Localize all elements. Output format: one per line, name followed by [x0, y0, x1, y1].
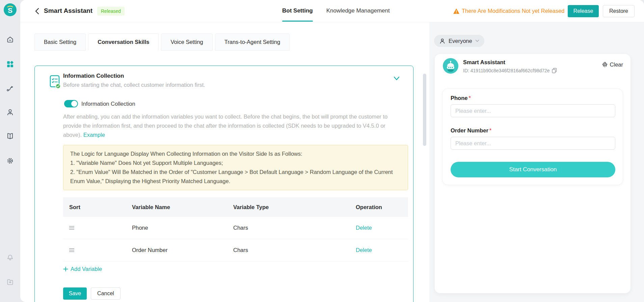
- tab-bot-setting[interactable]: Bot Setting: [282, 0, 313, 22]
- warning-icon: [453, 8, 460, 14]
- language-logic-notice: The Logic for Language Display When Coll…: [63, 145, 408, 190]
- home-icon[interactable]: [6, 35, 14, 44]
- book-icon[interactable]: [6, 132, 14, 140]
- clear-label: Clear: [610, 61, 623, 68]
- vertical-scrollbar[interactable]: [423, 74, 426, 146]
- tab-conversation-skills[interactable]: Conversation Skills: [88, 33, 159, 51]
- plus-icon: [63, 267, 68, 272]
- cancel-button[interactable]: Cancel: [91, 287, 120, 300]
- variables-table: Sort Variable Name Variable Type Operati…: [63, 197, 408, 261]
- bell-icon[interactable]: [6, 253, 14, 261]
- bot-id: ID: 41911b90c8e346f2816af662cf98d72e: [463, 68, 550, 73]
- card-subtitle: Before starting the chat, collect custom…: [63, 82, 205, 88]
- information-collection-card: Information Collection Before starting t…: [34, 66, 413, 302]
- user-icon[interactable]: [6, 108, 14, 116]
- person-icon: [439, 38, 446, 44]
- collapse-chevron-icon[interactable]: [393, 76, 400, 81]
- bot-avatar: [443, 58, 458, 74]
- page-title: Smart Assistant: [44, 7, 92, 15]
- audience-label: Everyone: [449, 38, 472, 44]
- variable-type-cell: Chars: [227, 225, 350, 231]
- col-operation: Operation: [350, 204, 408, 210]
- settings-icon[interactable]: [6, 157, 14, 165]
- copy-icon[interactable]: [552, 68, 557, 73]
- variable-type-cell: Chars: [227, 247, 350, 253]
- delete-link[interactable]: Delete: [356, 225, 372, 231]
- delete-link[interactable]: Delete: [356, 247, 372, 253]
- notice-line: 1. "Variable Name" Does Not yet Support …: [70, 158, 401, 168]
- back-icon[interactable]: [35, 8, 39, 15]
- notice-line: The Logic for Language Display When Coll…: [70, 149, 401, 158]
- table-row: Phone Chars Delete: [63, 217, 408, 239]
- tab-basic-setting[interactable]: Basic Setting: [34, 33, 86, 51]
- required-mark: *: [489, 127, 491, 133]
- flow-icon[interactable]: [6, 84, 14, 93]
- add-variable-button[interactable]: Add Variable: [63, 266, 102, 272]
- notice-line: 2. "Enum Value" Will Be Matched in the O…: [70, 168, 401, 186]
- col-variable-name: Variable Name: [126, 204, 227, 210]
- bot-preview-card: Smart Assistant ID: 41911b90c8e346f2816a…: [435, 54, 630, 293]
- required-mark: *: [468, 95, 471, 101]
- restore-button[interactable]: Restore: [603, 5, 635, 17]
- main-window: Smart Assistant Released Bot Setting Kno…: [20, 0, 644, 302]
- collection-description: After enabling, you can add the informat…: [63, 112, 403, 140]
- variable-name-cell: Order Number: [126, 247, 227, 253]
- sidebar: S: [0, 0, 20, 302]
- field-label-order-number: Order Number*: [451, 127, 491, 134]
- preview-panel: Everyone Smart Assistant: [429, 22, 644, 302]
- field-label-phone: Phone*: [451, 95, 471, 101]
- clear-button[interactable]: Clear: [602, 61, 623, 68]
- drag-handle-icon[interactable]: [69, 226, 74, 230]
- clear-icon: [602, 62, 608, 68]
- config-tabs: Basic Setting Conversation Skills Voice …: [34, 33, 290, 51]
- download-icon[interactable]: [6, 278, 14, 286]
- table-row: Order Number Chars Delete: [63, 239, 408, 261]
- bot-name: Smart Assistant: [463, 59, 505, 66]
- app-logo[interactable]: S: [4, 3, 17, 16]
- order-number-input[interactable]: [451, 137, 615, 150]
- col-sort: Sort: [63, 204, 126, 210]
- card-title: Information Collection: [63, 73, 124, 79]
- phone-input[interactable]: [451, 104, 615, 117]
- unreleased-warning-text: There Are Modifications Not yet Released: [462, 8, 565, 14]
- tab-knowledge-management[interactable]: Knowledge Management: [326, 0, 390, 22]
- variable-name-cell: Phone: [126, 225, 227, 231]
- header-tabs: Bot Setting Knowledge Management: [282, 0, 390, 22]
- audience-selector[interactable]: Everyone: [434, 35, 484, 47]
- save-button[interactable]: Save: [63, 287, 87, 300]
- drag-handle-icon[interactable]: [69, 248, 74, 252]
- information-collection-toggle[interactable]: [64, 100, 78, 107]
- logo-letter: S: [8, 6, 12, 14]
- bot-id-row: ID: 41911b90c8e346f2816af662cf98d72e: [463, 68, 557, 73]
- table-header-row: Sort Variable Name Variable Type Operati…: [63, 197, 408, 217]
- example-link[interactable]: Example: [83, 132, 105, 138]
- app-root: S: [0, 0, 644, 302]
- add-variable-label: Add Variable: [71, 266, 102, 272]
- chevron-down-icon: [475, 40, 479, 42]
- collection-form: Phone* Order Number* Start Conversation: [442, 89, 623, 185]
- tab-voice-setting[interactable]: Voice Setting: [161, 33, 212, 51]
- release-button[interactable]: Release: [568, 5, 599, 17]
- checklist-icon: [49, 75, 61, 89]
- col-variable-type: Variable Type: [227, 204, 350, 210]
- page-header: Smart Assistant Released Bot Setting Kno…: [20, 0, 644, 22]
- apps-icon[interactable]: [6, 60, 14, 68]
- tab-trans-to-agent-setting[interactable]: Trans-to-Agent Setting: [215, 33, 290, 51]
- toggle-label: Information Collection: [81, 100, 135, 107]
- start-conversation-button[interactable]: Start Conversation: [451, 162, 615, 177]
- description-text: After enabling, you can add the informat…: [63, 114, 387, 138]
- status-badge: Released: [97, 7, 125, 16]
